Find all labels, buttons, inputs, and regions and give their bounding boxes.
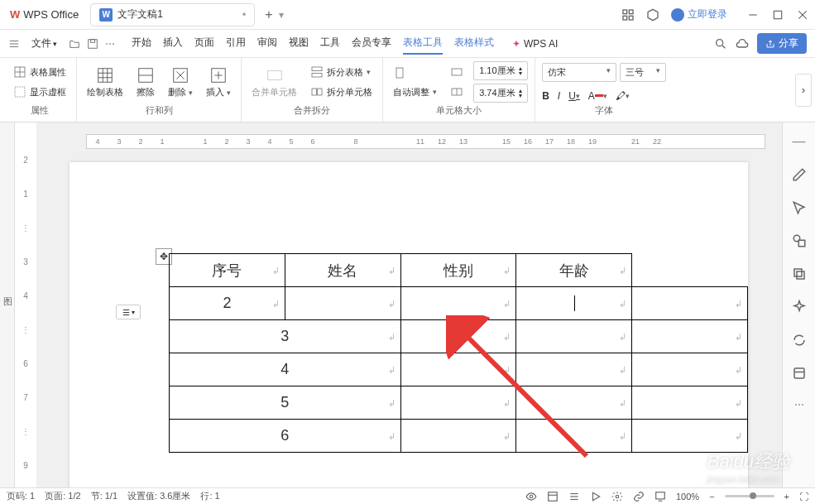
table-properties-button[interactable]: 表格属性 <box>10 64 70 80</box>
status-pages[interactable]: 页面: 1/2 <box>45 490 80 502</box>
tab-view[interactable]: 视图 <box>289 32 309 55</box>
settings-gear-icon[interactable] <box>611 491 623 502</box>
cloud-sync-icon[interactable] <box>736 37 749 50</box>
maximize-button[interactable] <box>772 9 784 21</box>
delete-button[interactable]: 删除 ▾ <box>165 65 196 100</box>
save-icon[interactable] <box>87 38 98 50</box>
pencil-icon[interactable] <box>792 167 807 182</box>
minimize-button[interactable] <box>747 9 759 21</box>
close-button[interactable] <box>797 9 808 21</box>
svg-rect-37 <box>396 68 403 78</box>
split-cell-button[interactable]: 拆分单元格 <box>307 84 376 100</box>
autofit-button[interactable]: 自动调整 ▾ <box>390 84 440 100</box>
more-menu-icon[interactable]: ⋯ <box>105 38 115 50</box>
sparkle-icon[interactable] <box>792 300 807 314</box>
draw-table-button[interactable]: 绘制表格 <box>84 65 127 100</box>
font-size-select[interactable]: 三号▾ <box>620 63 666 82</box>
new-tab-button[interactable]: + <box>265 7 272 22</box>
tab-table-style[interactable]: 表格样式 <box>454 32 494 55</box>
play-icon[interactable] <box>590 491 602 502</box>
table-row: 5↲↲↲↲ <box>170 386 748 420</box>
zoom-slider[interactable] <box>725 495 774 497</box>
show-gridlines-button[interactable]: 显示虚框 <box>10 84 70 100</box>
template-icon[interactable] <box>792 366 807 381</box>
table-options-handle[interactable]: ☰ ▾ <box>116 305 141 319</box>
group-label-merge: 合并拆分 <box>294 103 330 118</box>
cursor-select-icon[interactable] <box>792 200 807 215</box>
layout-icon[interactable] <box>547 491 559 502</box>
table-cell-split: ↲ <box>285 287 400 320</box>
ribbon-expand-button[interactable]: › <box>795 74 812 107</box>
underline-button[interactable]: U ▾ <box>568 90 580 102</box>
tab-member[interactable]: 会员专享 <box>352 32 391 55</box>
doc-title: 文字文稿1 <box>117 7 163 22</box>
content-table[interactable]: 序号↲ 姓名↲ 性别↲ 年龄↲ 2↲ ↲ ↲ ↲ ↲ 3↲↲↲↲ 4↲↲↲↲ 5… <box>169 253 748 453</box>
zoom-in-button[interactable]: + <box>784 492 789 502</box>
page[interactable]: ✥ ☰ ▾ 序号↲ 姓名↲ 性别↲ 年龄↲ 2↲ ↲ ↲ ↲ ↲ 3↲↲↲↲ 4… <box>70 162 748 487</box>
tab-page[interactable]: 页面 <box>194 32 214 55</box>
wps-ai-button[interactable]: ✦ WPS AI <box>512 38 558 50</box>
table-header-row: 序号↲ 姓名↲ 性别↲ 年龄↲ <box>170 254 748 287</box>
layers-icon[interactable] <box>792 266 807 281</box>
grid-apps-icon[interactable] <box>621 8 635 22</box>
menu-icon[interactable] <box>8 38 20 50</box>
svg-rect-44 <box>794 269 802 276</box>
pin-icon[interactable] <box>654 491 666 502</box>
horizontal-ruler[interactable]: 432112345681112131516171819212228293031 <box>86 134 765 149</box>
merge-cells-button[interactable]: 合并单元格 <box>248 65 300 100</box>
minus-icon[interactable]: — <box>793 134 806 149</box>
col-width-input[interactable]: 3.74厘米▴▾ <box>473 84 528 103</box>
highlight-button[interactable]: 🖍 ▾ <box>616 90 630 102</box>
link-icon[interactable] <box>633 491 645 502</box>
tab-insert[interactable]: 插入 <box>163 32 183 55</box>
svg-rect-49 <box>549 492 558 501</box>
insert-button[interactable]: 插入 ▾ <box>203 65 234 100</box>
font-name-select[interactable]: 仿宋▾ <box>542 63 616 82</box>
share-button[interactable]: 分享 <box>757 33 807 54</box>
font-color-button[interactable]: A ▾ <box>588 90 607 102</box>
svg-rect-45 <box>797 271 804 279</box>
vertical-ruler: 21⋮34⋮67⋮91011 <box>15 147 36 487</box>
split-table-button[interactable]: 拆分表格 ▾ <box>307 64 376 80</box>
tab-reference[interactable]: 引用 <box>226 32 246 55</box>
zoom-out-button[interactable]: − <box>709 492 714 502</box>
outline-icon[interactable] <box>568 491 580 502</box>
header-cell: 性别↲ <box>400 254 516 287</box>
col-width-icon[interactable] <box>447 64 467 80</box>
tab-home[interactable]: 开始 <box>132 32 151 55</box>
tab-review[interactable]: 审阅 <box>257 32 277 55</box>
eye-icon[interactable] <box>525 491 537 502</box>
avatar-icon <box>671 8 684 22</box>
svg-rect-19 <box>98 68 113 82</box>
table-cell: ↲ <box>516 287 632 320</box>
app-name: WPS Office <box>23 8 79 21</box>
eraser-button[interactable]: 擦除 <box>133 65 158 100</box>
row-height-icon[interactable] <box>390 65 440 81</box>
search-icon[interactable] <box>714 37 727 50</box>
file-menu[interactable]: 文件 ▾ <box>26 35 62 52</box>
bold-button[interactable]: B <box>542 90 549 102</box>
row-height-input[interactable]: 1.10厘米▴▾ <box>473 61 528 80</box>
cube-icon[interactable] <box>646 8 659 22</box>
tab-table-tools[interactable]: 表格工具 <box>403 32 443 55</box>
distribute-icon[interactable] <box>447 84 467 100</box>
document-area: ✥ ☰ ▾ 序号↲ 姓名↲ 性别↲ 年龄↲ 2↲ ↲ ↲ ↲ ↲ 3↲↲↲↲ 4… <box>36 151 782 487</box>
document-tab[interactable]: W 文字文稿1 • <box>90 3 255 26</box>
tab-list-button[interactable]: ▾ <box>279 9 284 21</box>
fullscreen-icon[interactable]: ⛶ <box>799 492 808 502</box>
svg-rect-11 <box>89 39 98 48</box>
left-collapsed-panel <box>0 122 15 487</box>
italic-button[interactable]: I <box>558 90 560 102</box>
table-cell: ↲ <box>632 287 748 320</box>
open-icon[interactable] <box>69 38 80 50</box>
status-page-num[interactable]: 页码: 1 <box>7 490 35 502</box>
menubar: 文件 ▾ ⋯ 开始 插入 页面 引用 审阅 视图 工具 会员专享 表格工具 表格… <box>0 30 815 58</box>
refresh-icon[interactable] <box>792 333 807 348</box>
group-label-properties: 属性 <box>31 103 49 118</box>
shapes-icon[interactable] <box>792 233 807 248</box>
login-button[interactable]: 立即登录 <box>671 7 727 22</box>
more-tools-icon[interactable]: ⋯ <box>794 399 804 410</box>
svg-rect-36 <box>318 89 322 95</box>
tab-tools[interactable]: 工具 <box>320 32 340 55</box>
zoom-value[interactable]: 100% <box>676 492 699 502</box>
